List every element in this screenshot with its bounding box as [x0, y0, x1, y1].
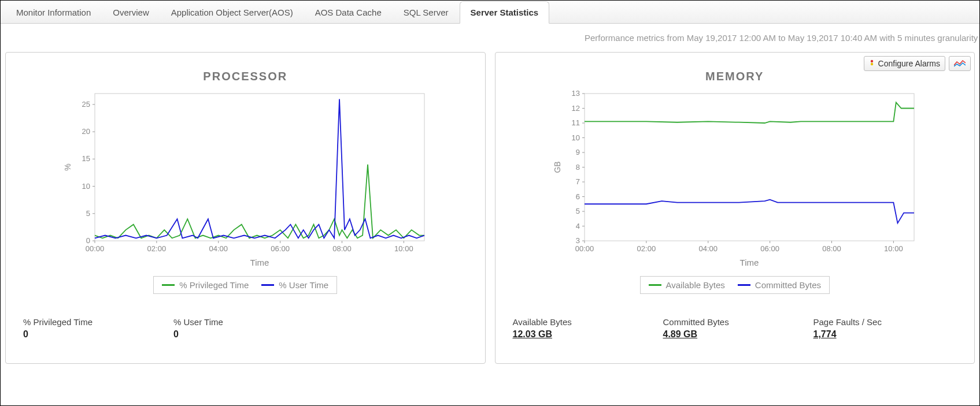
legend-privileged-time[interactable]: % Privileged Time [162, 280, 249, 290]
svg-text:5: 5 [576, 207, 580, 215]
svg-text:10:00: 10:00 [884, 244, 903, 253]
svg-text:10: 10 [571, 133, 579, 142]
tab-monitor-information[interactable]: Monitor Information [5, 1, 102, 24]
stat-value-available[interactable]: 12.03 GB [513, 329, 628, 340]
svg-text:GB: GB [553, 161, 562, 173]
svg-text:0: 0 [86, 236, 90, 245]
memory-stats: Available Bytes 12.03 GB Committed Bytes… [505, 317, 966, 340]
svg-text:00:00: 00:00 [86, 244, 105, 253]
tab-overview[interactable]: Overview [102, 1, 160, 24]
svg-rect-30 [585, 94, 914, 241]
svg-text:02:00: 02:00 [147, 244, 167, 253]
svg-text:06:00: 06:00 [271, 244, 290, 253]
svg-text:13: 13 [571, 89, 579, 98]
processor-chart: 051015202500:0002:0004:0006:0008:0010:00… [60, 88, 430, 273]
processor-legend: % Privileged Time % User Time [15, 276, 476, 294]
traffic-light-icon [869, 59, 875, 68]
svg-text:11: 11 [571, 118, 579, 127]
svg-text:6: 6 [576, 192, 580, 201]
svg-text:10: 10 [82, 182, 90, 191]
svg-text:8: 8 [576, 163, 580, 172]
stat-value-privileged: 0 [23, 329, 139, 340]
stat-label-user: % User Time [173, 317, 289, 327]
svg-text:7: 7 [576, 177, 580, 186]
legend-user-time[interactable]: % User Time [261, 280, 328, 290]
svg-text:3: 3 [576, 236, 580, 245]
configure-alarms-button[interactable]: Configure Alarms [864, 56, 945, 71]
legend-available-bytes[interactable]: Available Bytes [649, 280, 725, 290]
stat-value-committed[interactable]: 4.89 GB [663, 329, 779, 340]
chart-icon [954, 59, 966, 68]
stat-value-pagefaults[interactable]: 1,774 [813, 329, 929, 340]
svg-text:00:00: 00:00 [575, 244, 594, 253]
stat-label-committed: Committed Bytes [663, 317, 779, 327]
stat-label-pagefaults: Page Faults / Sec [813, 317, 929, 327]
stat-value-user: 0 [173, 329, 289, 340]
tabs-bar: Monitor Information Overview Application… [1, 1, 979, 24]
svg-text:02:00: 02:00 [637, 244, 656, 253]
processor-title: PROCESSOR [15, 70, 476, 83]
svg-text:25: 25 [82, 100, 90, 109]
svg-text:4: 4 [576, 222, 580, 230]
chart-view-button[interactable] [949, 56, 971, 71]
svg-text:5: 5 [86, 209, 90, 218]
tab-aos-data-cache[interactable]: AOS Data Cache [304, 1, 393, 24]
svg-point-27 [870, 60, 872, 62]
svg-text:Time: Time [739, 258, 759, 267]
memory-panel: Configure Alarms MEMORY 3456789101112130… [495, 52, 975, 364]
svg-text:15: 15 [82, 154, 90, 163]
processor-panel: PROCESSOR 051015202500:0002:0004:0006:00… [5, 52, 486, 364]
tab-sql-server[interactable]: SQL Server [393, 1, 460, 24]
memory-chart: 34567891011121300:0002:0004:0006:0008:00… [550, 88, 920, 273]
legend-committed-bytes[interactable]: Committed Bytes [738, 280, 821, 290]
svg-point-28 [870, 63, 872, 65]
svg-text:9: 9 [576, 148, 580, 157]
svg-text:08:00: 08:00 [822, 244, 841, 253]
processor-stats: % Privileged Time 0 % User Time 0 [15, 317, 476, 340]
memory-title: MEMORY [505, 70, 966, 83]
svg-text:08:00: 08:00 [332, 244, 352, 253]
svg-text:Time: Time [250, 258, 269, 267]
svg-text:04:00: 04:00 [209, 244, 228, 253]
stat-label-available: Available Bytes [513, 317, 628, 327]
svg-text:10:00: 10:00 [394, 244, 413, 253]
performance-info-text: Performance metrics from May 19,2017 12:… [1, 24, 979, 52]
svg-text:12: 12 [571, 104, 579, 113]
svg-text:20: 20 [82, 127, 90, 136]
svg-text:06:00: 06:00 [760, 244, 779, 253]
svg-text:04:00: 04:00 [698, 244, 718, 253]
tab-aos[interactable]: Application Object Server(AOS) [160, 1, 304, 24]
stat-label-privileged: % Privileged Time [23, 317, 139, 327]
svg-rect-0 [95, 94, 424, 241]
memory-legend: Available Bytes Committed Bytes [505, 276, 966, 294]
tab-server-statistics[interactable]: Server Statistics [460, 1, 550, 24]
svg-text:%: % [63, 163, 72, 170]
